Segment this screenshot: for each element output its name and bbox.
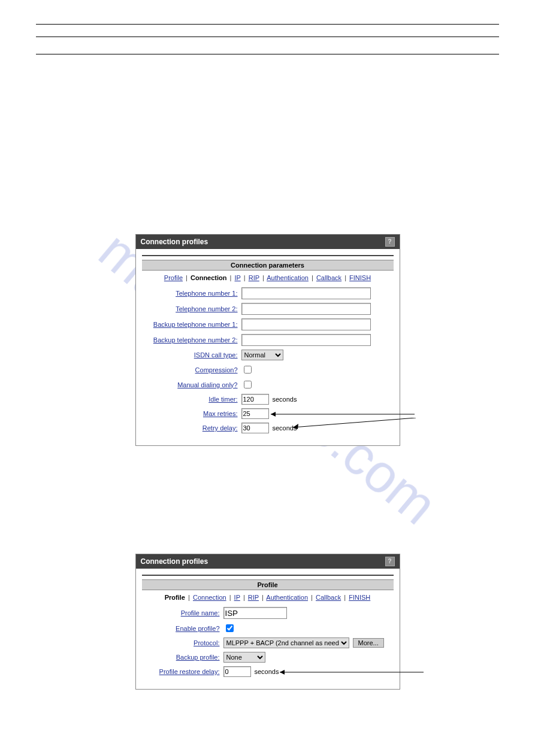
idle-timer-label: Idle timer: [142,396,241,403]
backup-telephone-1-input[interactable] [241,318,371,330]
isdn-call-type-label: ISDN call type: [142,351,241,359]
max-retries-input[interactable] [241,408,269,419]
callout-arrow-icon [293,418,425,436]
profile-restore-delay-input[interactable] [223,666,251,677]
manual-dialing-label: Manual dialing only? [142,381,241,388]
panel-titlebar: Connection profiles ? [136,554,400,569]
panel-subtitle: Profile [142,579,394,590]
max-retries-label: Max retries: [142,410,241,417]
backup-telephone-1-label: Backup telephone number 1: [142,321,241,328]
tab-ip[interactable]: IP [234,594,240,601]
profile-restore-delay-label: Profile restore delay: [142,668,223,675]
telephone-1-label: Telephone number 1: [142,290,241,297]
panel-title: Connection profiles [141,557,208,566]
tab-sep: | [187,594,191,601]
profile-restore-delay-suffix: seconds [251,668,279,675]
tab-sep: | [243,274,247,281]
tab-sep: | [228,594,232,601]
callout-arrow-icon [280,670,430,682]
chapter-header [36,24,499,34]
tab-connection[interactable]: Connection [193,594,226,601]
tab-callback[interactable]: Callback [316,274,341,281]
tab-sep: | [310,594,314,601]
protocol-label: Protocol: [142,639,223,646]
tab-nav: Profile | Connection | IP | RIP | Authen… [142,274,394,281]
tab-finish[interactable]: FINISH [349,594,370,601]
enable-profile-checkbox[interactable] [226,624,234,632]
tab-sep: | [229,274,233,281]
tab-callback[interactable]: Callback [316,594,341,601]
tab-sep: | [185,274,189,281]
manual-dialing-checkbox[interactable] [244,381,252,388]
tab-rip[interactable]: RIP [248,594,259,601]
profile-name-input[interactable] [223,607,287,619]
backup-telephone-2-input[interactable] [241,334,371,346]
tab-sep: | [261,594,265,601]
retry-delay-input[interactable] [241,423,269,433]
tab-profile[interactable]: Profile [164,274,183,281]
more-button[interactable]: More... [353,638,384,648]
idle-timer-input[interactable] [241,394,269,405]
tab-sep: | [343,594,347,601]
tab-nav: Profile | Connection | IP | RIP | Authen… [142,594,394,601]
telephone-2-label: Telephone number 2: [142,305,241,312]
tab-ip[interactable]: IP [235,274,241,281]
isdn-call-type-select[interactable]: Normal [241,350,283,360]
tab-finish[interactable]: FINISH [349,274,371,281]
backup-profile-select[interactable]: None [223,652,265,663]
profile-panel: Connection profiles ? Profile Profile | … [135,554,400,690]
idle-timer-suffix: seconds [269,396,297,403]
profile-name-label: Profile name: [142,609,223,617]
compression-label: Compression? [142,366,241,374]
tab-authentication[interactable]: Authentication [267,274,309,281]
tab-sep: | [310,274,315,281]
svg-line-2 [293,418,416,427]
panel-title: Connection profiles [141,238,208,246]
svg-marker-3 [293,424,298,429]
enable-profile-label: Enable profile? [142,625,223,632]
help-icon[interactable]: ? [385,237,395,247]
svg-marker-5 [280,670,285,675]
svg-marker-1 [271,412,276,417]
panel-titlebar: Connection profiles ? [136,235,400,249]
tab-profile[interactable]: Profile [165,594,185,601]
telephone-1-input[interactable] [241,287,371,299]
tab-rip[interactable]: RIP [249,274,259,281]
tab-sep: | [242,594,246,601]
tab-sep: | [343,274,347,281]
protocol-select[interactable]: MLPPP + BACP (2nd channel as needed) [223,637,349,648]
backup-telephone-2-label: Backup telephone number 2: [142,336,241,344]
telephone-2-input[interactable] [241,303,371,315]
panel-subtitle: Connection parameters [142,260,394,271]
help-icon[interactable]: ? [385,557,395,566]
connection-parameters-panel: Connection profiles ? Connection paramet… [135,234,400,446]
backup-profile-label: Backup profile: [142,654,223,661]
tab-sep: | [261,274,265,281]
retry-delay-label: Retry delay: [142,424,241,432]
tab-authentication[interactable]: Authentication [266,594,308,601]
tab-connection[interactable]: Connection [191,274,227,281]
compression-checkbox[interactable] [244,366,252,374]
